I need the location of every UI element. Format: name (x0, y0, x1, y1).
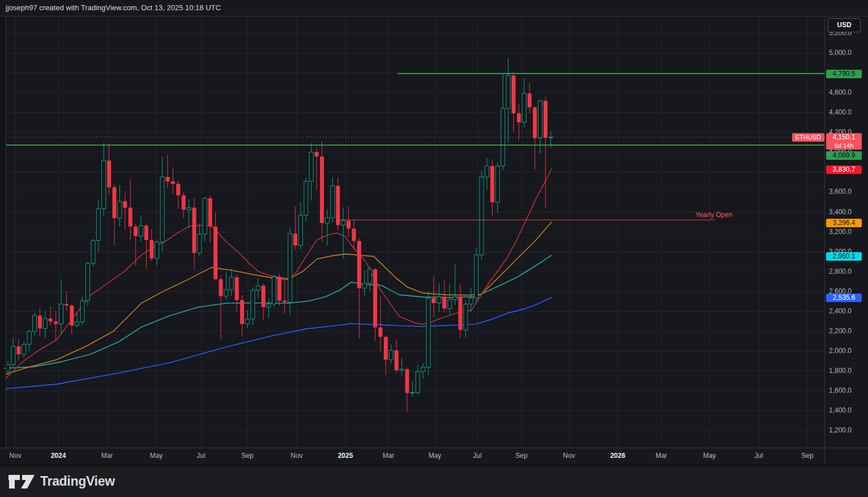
price-tick-label: 5,000.0 (829, 49, 865, 57)
price-line-label: 3,296.4 (826, 219, 862, 227)
time-axis-label: Mar (383, 451, 395, 460)
candle-body-up (155, 242, 159, 258)
candle-body-up (368, 269, 372, 283)
candle-body-down (384, 337, 388, 359)
candle-body-up (426, 298, 430, 367)
candle-body-down (193, 208, 196, 253)
time-axis-label: 2026 (610, 451, 626, 460)
candle-body-up (326, 218, 330, 223)
candle-body-down (149, 240, 153, 258)
price-line-label: 4,069.9 (826, 151, 862, 160)
candle-body-down (182, 196, 186, 210)
candle-body-down (533, 107, 537, 138)
candle-body-down (54, 321, 58, 324)
candle-body-down (113, 188, 117, 218)
pane-left-margin (0, 16, 6, 448)
time-axis-label: 2025 (338, 451, 353, 460)
candle-body-down (442, 296, 446, 308)
candle-body-down (490, 166, 494, 202)
time-axis-label: Jul (473, 451, 481, 460)
price-tick-label: 2,000.0 (829, 347, 865, 355)
candle-body-down (336, 186, 340, 225)
candle-body-up (96, 209, 100, 240)
candle-body-up (437, 296, 441, 303)
candle-body-up (453, 296, 457, 299)
candle-body-down (277, 277, 281, 300)
candle-body-up (304, 181, 308, 215)
candle-body-down (123, 201, 127, 207)
price-tick-label: 1,400.0 (829, 406, 865, 414)
tradingview-wordmark[interactable]: TradingView (40, 474, 115, 489)
time-axis-label: Sep (515, 451, 527, 460)
time-axis-label: Nov (9, 451, 21, 460)
candlestick-chart-canvas[interactable] (0, 0, 868, 497)
candle-body-down (107, 160, 111, 187)
candle-body-down (528, 94, 532, 108)
candle-body-down (347, 220, 350, 228)
candle-body-up (203, 198, 207, 234)
candle-body-down (459, 296, 463, 330)
time-axis-label: May (150, 451, 163, 460)
candle-body-up (22, 345, 26, 355)
price-line-label: 2,960.1 (826, 252, 862, 261)
price-tick-label: 2,400.0 (829, 307, 865, 315)
candle-body-up (11, 346, 15, 364)
candle-body-down (235, 277, 239, 300)
candle-body-up (506, 75, 510, 108)
candle-body-up (187, 208, 191, 210)
time-axis-label: Sep (801, 451, 813, 460)
candle-body-up (86, 264, 90, 301)
candle-body-up (27, 332, 31, 345)
time-axis-label: Mar (101, 451, 113, 460)
candle-body-down (357, 241, 361, 288)
price-tick-label: 4,600.0 (829, 88, 865, 96)
candle-body-down (405, 369, 409, 393)
candle-body-up (251, 290, 255, 319)
candle-body-down (70, 305, 74, 325)
yearly-open-label: Yearly Open (695, 211, 733, 219)
candle-body-up (474, 255, 478, 298)
candle-body-up (299, 215, 303, 245)
tradingview-logo-icon[interactable] (8, 474, 35, 489)
currency-toggle-button[interactable]: USD (828, 18, 861, 32)
time-axis-label: Nov (563, 451, 575, 460)
price-line-label: 2,535.6 (826, 294, 862, 302)
candle-body-up (538, 101, 542, 138)
candle-body-down (65, 304, 69, 306)
price-tick-label: 2,800.0 (829, 267, 865, 275)
bar-countdown: 6d 14h (826, 142, 862, 150)
candle-body-down (49, 318, 53, 321)
candle-body-down (320, 156, 324, 223)
candle-body-up (480, 177, 484, 255)
candle-body-up (256, 286, 260, 290)
candle-body-down (176, 184, 180, 195)
price-tick-label: 4,400.0 (829, 108, 865, 116)
candle-body-up (272, 277, 276, 304)
candle-body-up (6, 365, 10, 371)
candle-body-up (246, 319, 250, 324)
candle-body-down (544, 101, 548, 138)
candle-body-down (16, 346, 20, 354)
candle-body-down (129, 208, 132, 227)
candle-body-up (160, 177, 164, 242)
candle-body-down (219, 279, 223, 296)
price-tick-label: 3,600.0 (829, 188, 865, 196)
price-tick-label: 2,200.0 (829, 327, 865, 335)
candle-body-up (389, 350, 393, 360)
time-axis-label: Nov (290, 451, 302, 460)
candle-body-down (240, 300, 244, 324)
price-tick-label: 1,800.0 (829, 367, 865, 375)
price-tick-label: 3,200.0 (829, 228, 865, 236)
candle-body-up (309, 152, 313, 181)
symbol-tag: ETHUSD (792, 133, 824, 142)
bottom-brand-bar: TradingView (0, 465, 868, 497)
candle-body-down (213, 227, 217, 279)
candle-body-up (495, 166, 499, 202)
candle-body-down (166, 177, 170, 181)
candle-body-down (208, 198, 212, 227)
time-axis-label: Mar (656, 451, 668, 460)
current-price-label: 4,150.1 6d 14h (826, 133, 862, 150)
candle-body-down (38, 316, 42, 329)
candle-body-up (80, 300, 84, 322)
candle-body-up (229, 277, 233, 290)
